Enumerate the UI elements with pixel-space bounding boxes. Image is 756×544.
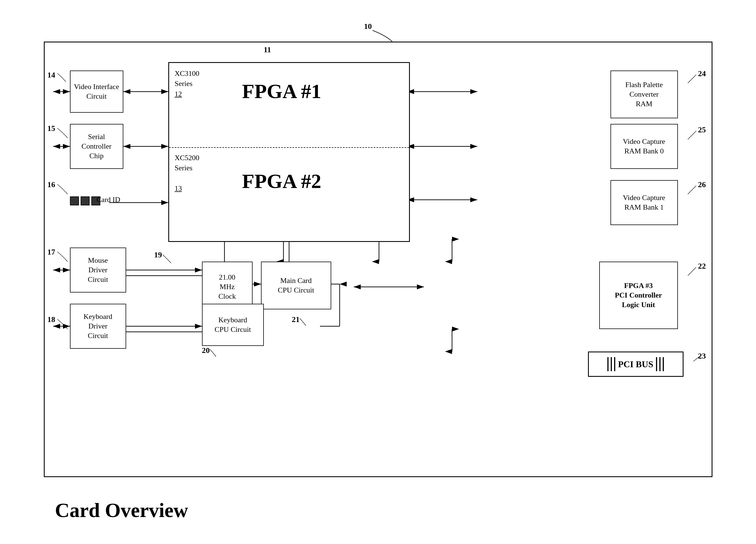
bus-line-r1	[656, 357, 657, 371]
ref-25: 25	[698, 125, 706, 134]
bus-line-r2	[659, 357, 660, 371]
ref-22: 22	[698, 262, 706, 271]
ref-19: 19	[154, 250, 162, 259]
card-id-chips	[70, 196, 100, 205]
diagram-title: Card Overview	[55, 499, 188, 522]
ref-17: 17	[47, 248, 55, 257]
video-capture-0-box: Video CaptureRAM Bank 0	[610, 124, 678, 169]
video-capture-1-box: Video CaptureRAM Bank 1	[610, 180, 678, 225]
mouse-driver-box: MouseDriverCircuit	[70, 248, 126, 293]
ref-12: 12	[175, 90, 182, 98]
ref-11: 11	[264, 45, 271, 54]
chip2	[81, 196, 90, 205]
bus-line-l1	[607, 357, 609, 371]
bus-line-r3	[663, 357, 664, 371]
card-id-label: Card ID	[97, 196, 120, 204]
keyboard-cpu-label: KeyboardCPU Circuit	[215, 315, 251, 334]
ref-14: 14	[47, 71, 55, 80]
fpga3-box: FPGA #3PCI ControllerLogic Unit	[599, 262, 678, 329]
ref-23: 23	[698, 352, 706, 361]
fpga1-label: FPGA #1	[242, 80, 321, 103]
main-cpu-box: Main CardCPU Circuit	[261, 262, 331, 309]
main-cpu-label: Main CardCPU Circuit	[278, 276, 314, 295]
xc5200-label: XC5200Series13	[175, 153, 199, 194]
bus-line-l3	[614, 357, 615, 371]
ref-13: 13	[175, 184, 182, 192]
pci-bus-right-lines	[656, 357, 664, 371]
flash-palette-label: Flash PaletteConverterRAM	[625, 80, 663, 108]
xc3100-label: XC3100Series12	[175, 69, 199, 99]
serial-controller-box: SerialControllerChip	[70, 124, 123, 169]
keyboard-cpu-box: KeyboardCPU Circuit	[202, 304, 264, 346]
pci-bus-label: PCI BUS	[618, 359, 653, 370]
clock-label: 21.00MHzClock	[218, 273, 236, 301]
ref-16: 16	[47, 180, 55, 189]
ref-26: 26	[698, 180, 706, 189]
outer-box: 11 XC3100Series12 FPGA #1 XC5200Series13…	[44, 42, 712, 477]
ref-15: 15	[47, 124, 55, 133]
fpga2-label: FPGA #2	[242, 170, 321, 193]
pci-bus-box: PCI BUS	[588, 352, 684, 377]
dashed-divider	[169, 147, 409, 148]
serial-controller-label: SerialControllerChip	[81, 132, 112, 160]
ref-21: 21	[292, 315, 300, 324]
ref-24: 24	[698, 69, 706, 78]
keyboard-driver-box: KeyboardDriverCircuit	[70, 304, 126, 349]
bus-line-l2	[611, 357, 612, 371]
flash-palette-box: Flash PaletteConverterRAM	[610, 71, 678, 118]
diagram-wrapper: 10	[27, 19, 729, 525]
video-interface-label: Video Interface Circuit	[71, 82, 123, 101]
ref-10: 10	[364, 22, 372, 31]
pci-bus-left-lines	[607, 357, 615, 371]
keyboard-driver-label: KeyboardDriverCircuit	[83, 312, 112, 340]
chip1	[70, 196, 79, 205]
fpga-main-box: XC3100Series12 FPGA #1 XC5200Series13 FP…	[168, 62, 410, 242]
video-capture-0-label: Video CaptureRAM Bank 0	[623, 137, 665, 156]
fpga3-label: FPGA #3PCI ControllerLogic Unit	[615, 281, 662, 309]
video-interface-box: Video Interface Circuit	[70, 71, 123, 113]
ref-18: 18	[47, 315, 55, 324]
video-capture-1-label: Video CaptureRAM Bank 1	[623, 193, 665, 212]
ref-20: 20	[202, 346, 210, 355]
mouse-driver-label: MouseDriverCircuit	[88, 256, 108, 284]
